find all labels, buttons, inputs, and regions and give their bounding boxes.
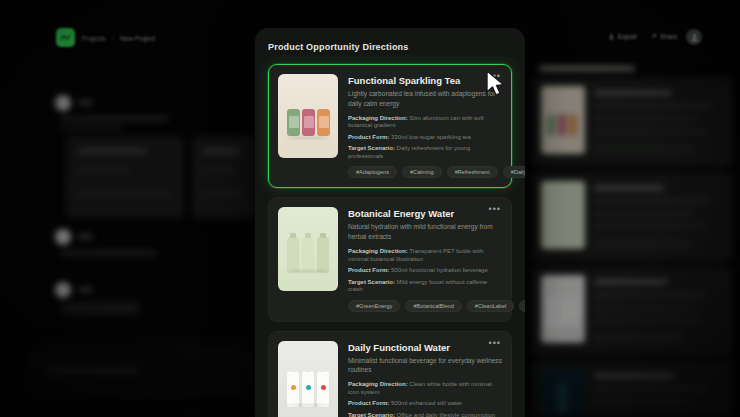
tag-pill: #DailyRoutine bbox=[503, 166, 525, 178]
meta-label: Packaging Direction: bbox=[348, 381, 408, 387]
meta-packaging: Packaging Direction: Transparent PET bot… bbox=[348, 248, 502, 263]
breadcrumb-separator: / bbox=[112, 34, 114, 41]
tags-row: #Adaptogens #Calming #Refreshment #Daily… bbox=[348, 166, 502, 178]
card-title: Daily Functional Water bbox=[348, 342, 502, 353]
tag-pill: #Refreshment bbox=[447, 166, 498, 178]
bottle-illustration bbox=[317, 371, 329, 407]
tag-pill: #GreenEnergy bbox=[348, 300, 400, 312]
tag-pill: #CleanLabel bbox=[467, 300, 514, 312]
card-functional-sparkling-tea[interactable]: Functional Sparkling Tea Lightly carbona… bbox=[268, 64, 512, 188]
meta-label: Product Form: bbox=[348, 267, 389, 273]
meta-value: Office and daily lifestyle consumption bbox=[397, 412, 496, 417]
card-daily-functional-water[interactable]: Daily Functional Water Minimalist functi… bbox=[268, 331, 512, 417]
tag-pill: #Calming bbox=[402, 166, 442, 178]
tag-pill: #Adaptogens bbox=[348, 166, 397, 178]
green-can-illustration bbox=[287, 109, 300, 136]
bottle-illustration bbox=[287, 371, 299, 407]
meta-value: 500ml enhanced still water bbox=[391, 400, 462, 406]
pink-can-illustration bbox=[302, 109, 315, 136]
meta-target-scenario: Target Scenario: Daily refreshment for y… bbox=[348, 145, 502, 160]
orange-dot bbox=[291, 385, 296, 390]
meta-value: 500ml functional hydration beverage bbox=[391, 267, 488, 273]
modal-title: Product Opportunity Directions bbox=[268, 42, 512, 52]
bottle-illustration bbox=[287, 237, 299, 273]
product-thumbnail bbox=[278, 341, 338, 417]
breadcrumb-new-project[interactable]: New Project bbox=[120, 35, 155, 42]
meta-label: Product Form: bbox=[348, 134, 389, 140]
app-window: Projects / New Project Export Share Prod… bbox=[0, 0, 740, 417]
breadcrumb-projects[interactable]: Projects bbox=[82, 35, 105, 42]
tags-row: #GreenEnergy #BotanicalBlend #CleanLabel… bbox=[348, 300, 502, 312]
shadow bbox=[286, 404, 330, 406]
card-description: Minimalist functional beverage for every… bbox=[348, 356, 502, 376]
download-icon bbox=[608, 33, 615, 40]
card-description: Natural hydration with mild functional e… bbox=[348, 222, 502, 242]
meta-packaging: Packaging Direction: Slim aluminum can w… bbox=[348, 115, 502, 130]
teal-dot bbox=[306, 385, 311, 390]
card-botanical-energy-water[interactable]: Botanical Energy Water Natural hydration… bbox=[268, 197, 512, 321]
orange-can-illustration bbox=[317, 109, 330, 136]
meta-packaging: Packaging Direction: Clean white bottle … bbox=[348, 381, 502, 396]
ellipsis-menu-icon[interactable]: ••• bbox=[489, 339, 501, 348]
red-dot bbox=[321, 385, 326, 390]
meta-product-form: Product Form: 500ml functional hydration… bbox=[348, 267, 502, 275]
share-icon bbox=[650, 33, 657, 40]
meta-value: 330ml low-sugar sparkling tea bbox=[391, 134, 471, 140]
shadow bbox=[286, 137, 330, 139]
meta-product-form: Product Form: 330ml low-sugar sparkling … bbox=[348, 134, 502, 142]
logo-glyph-icon bbox=[60, 32, 71, 43]
export-label: Export bbox=[618, 33, 637, 40]
bottle-illustration bbox=[302, 371, 314, 407]
card-body: Daily Functional Water Minimalist functi… bbox=[348, 341, 502, 417]
ellipsis-menu-icon[interactable]: ••• bbox=[489, 205, 501, 214]
product-thumbnail bbox=[278, 207, 338, 291]
tag-pill: #Hydration bbox=[519, 300, 525, 312]
user-avatar-icon bbox=[690, 33, 699, 42]
app-logo-icon[interactable] bbox=[56, 28, 75, 47]
bottle-illustration bbox=[317, 237, 329, 273]
meta-label: Target Scenario: bbox=[348, 412, 395, 417]
card-title: Functional Sparkling Tea bbox=[348, 75, 502, 86]
card-body: Functional Sparkling Tea Lightly carbona… bbox=[348, 74, 502, 178]
meta-label: Target Scenario: bbox=[348, 279, 395, 285]
card-description: Lightly carbonated tea infused with adap… bbox=[348, 89, 502, 109]
user-avatar[interactable] bbox=[686, 29, 702, 45]
card-title: Botanical Energy Water bbox=[348, 208, 502, 219]
meta-target-scenario: Target Scenario: Office and daily lifest… bbox=[348, 412, 502, 417]
meta-target-scenario: Target Scenario: Mild energy boost witho… bbox=[348, 279, 502, 294]
mouse-cursor-icon bbox=[480, 68, 508, 98]
meta-label: Packaging Direction: bbox=[348, 115, 408, 121]
meta-product-form: Product Form: 500ml enhanced still water bbox=[348, 400, 502, 408]
share-button[interactable]: Share bbox=[650, 33, 677, 40]
meta-label: Packaging Direction: bbox=[348, 248, 408, 254]
meta-label: Target Scenario: bbox=[348, 145, 395, 151]
bottle-illustration bbox=[302, 237, 314, 273]
meta-label: Product Form: bbox=[348, 400, 389, 406]
export-button[interactable]: Export bbox=[608, 33, 637, 40]
product-thumbnail bbox=[278, 74, 338, 158]
share-label: Share bbox=[660, 33, 677, 40]
card-body: Botanical Energy Water Natural hydration… bbox=[348, 207, 502, 311]
tag-pill: #BotanicalBlend bbox=[405, 300, 461, 312]
